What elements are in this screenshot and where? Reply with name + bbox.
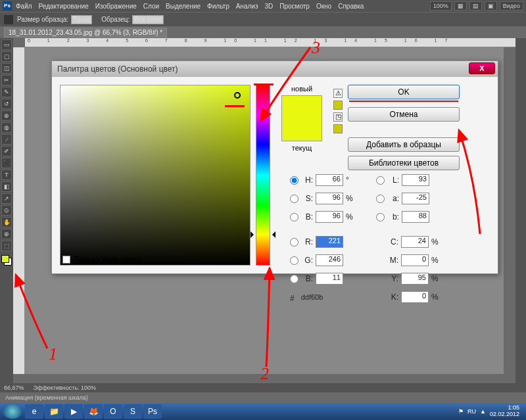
menu-image[interactable]: Изображение <box>95 3 137 10</box>
menu-layers[interactable]: Слои <box>143 3 159 10</box>
l-input[interactable]: 93 <box>402 174 429 186</box>
status-efficiency: Эффективность: 100% <box>34 385 97 391</box>
radio-r[interactable] <box>290 238 299 246</box>
radio-bl[interactable] <box>290 275 299 283</box>
r-input[interactable]: 221 <box>316 236 343 248</box>
color-preview-swatch <box>281 95 322 141</box>
saturation-value-picker[interactable] <box>60 85 251 266</box>
tool-heal[interactable]: ↺ <box>1 99 12 109</box>
hue-slider-arrow-icon[interactable] <box>269 231 275 238</box>
view-doc-icon[interactable]: ▤ <box>469 1 482 11</box>
start-button[interactable] <box>3 404 22 419</box>
tray-clock[interactable]: 1:05 02.02.2012 <box>490 405 519 418</box>
lab-b-input[interactable]: 88 <box>402 211 429 223</box>
s-label: S: <box>302 194 313 203</box>
annotation-number-2: 2 <box>260 364 269 384</box>
tool-shape[interactable]: ⊙ <box>1 205 12 216</box>
bl-input[interactable]: 11 <box>316 273 343 285</box>
radio-h[interactable] <box>290 176 299 185</box>
gamut-warning-icon[interactable]: ⚠ <box>333 89 343 98</box>
m-input[interactable]: 0 <box>401 254 429 266</box>
document-tab[interactable]: 18_31.01.2012_23.43.05.jpg @ 66,7% (3, R… <box>4 28 167 37</box>
hex-input[interactable]: ddf60b <box>299 292 339 304</box>
g-input[interactable]: 246 <box>316 254 343 266</box>
radio-l[interactable] <box>376 176 385 185</box>
cancel-button[interactable]: Отмена <box>348 107 460 122</box>
tray-flag-icon[interactable]: ⚑ <box>458 408 464 415</box>
tray-up-icon[interactable]: ▲ <box>480 408 486 415</box>
menu-analysis[interactable]: Анализ <box>236 3 258 10</box>
workspace-video[interactable]: Видео <box>500 1 523 11</box>
taskbar-photoshop-icon[interactable]: Ps <box>143 404 162 419</box>
menu-window[interactable]: Окно <box>316 3 331 10</box>
radio-lab-b[interactable] <box>376 213 385 222</box>
menu-file[interactable]: Файл <box>16 3 32 10</box>
h-input[interactable]: 66 <box>316 174 343 186</box>
y-input[interactable]: 95 <box>401 273 429 285</box>
ok-button[interactable]: OK <box>348 85 460 99</box>
view-grid-icon[interactable]: ▦ <box>454 1 467 11</box>
zoom-select[interactable]: 100% <box>430 1 452 11</box>
tool-3d[interactable]: ⬚ <box>1 241 12 251</box>
radio-b[interactable] <box>290 213 299 222</box>
tray-lang[interactable]: RU <box>467 408 476 415</box>
menu-help[interactable]: Справка <box>338 3 364 10</box>
tool-move[interactable]: ▭ <box>1 39 12 50</box>
foreground-color-swatch[interactable] <box>1 255 9 263</box>
radio-s[interactable] <box>290 195 299 203</box>
menu-3d[interactable]: 3D <box>264 3 273 10</box>
s-input[interactable]: 96 <box>316 193 343 204</box>
close-button[interactable]: X <box>469 62 495 74</box>
hue-slider[interactable] <box>256 85 270 266</box>
tool-marquee[interactable]: ▢ <box>1 51 12 62</box>
tool-blur[interactable]: ⬛ <box>1 158 12 168</box>
menu-view[interactable]: Просмотр <box>279 3 310 10</box>
screen-mode-icon[interactable]: ▣ <box>485 1 497 11</box>
document-tab-bar: 18_31.01.2012_23.43.05.jpg @ 66,7% (3, R… <box>0 26 526 38</box>
dialog-titlebar[interactable]: Палитра цветов (Основной цвет) X <box>52 61 498 77</box>
current-color-swatch[interactable] <box>282 118 322 141</box>
tool-eraser[interactable]: ⟋ <box>1 134 12 145</box>
hue-slider-arrow-icon[interactable] <box>251 231 257 238</box>
radio-a[interactable] <box>376 195 385 203</box>
websafe-swatch[interactable] <box>333 124 343 133</box>
tool-eyedropper[interactable]: ✎ <box>1 87 12 97</box>
tool-stamp[interactable]: ◍ <box>1 122 12 133</box>
radio-g[interactable] <box>290 256 299 265</box>
taskbar-explorer-icon[interactable]: 📁 <box>45 404 63 419</box>
tool-type[interactable]: T <box>1 170 12 180</box>
tool-crop[interactable]: ✂ <box>1 75 12 85</box>
c-label: C: <box>388 237 398 246</box>
color-libraries-button[interactable]: Библиотеки цветов <box>348 156 460 170</box>
sample-layers-select[interactable]: Все слои <box>132 15 164 24</box>
k-input[interactable]: 0 <box>401 291 429 303</box>
menu-edit[interactable]: Редактирование <box>39 3 89 10</box>
taskbar-skype-icon[interactable]: S <box>124 404 142 419</box>
foreground-background-swatch[interactable] <box>1 255 12 266</box>
animation-panel-tab[interactable]: Анимация (временная шкала) <box>0 392 526 403</box>
add-swatch-button[interactable]: Добавить в образцы <box>348 137 460 152</box>
tool-hand[interactable]: ✋ <box>1 217 12 227</box>
a-input[interactable]: -25 <box>402 193 429 204</box>
tool-pen[interactable]: ◧ <box>1 181 12 192</box>
tool-path[interactable]: ↗ <box>1 193 12 204</box>
menu-filter[interactable]: Фильтр <box>207 3 229 10</box>
gamut-swatch[interactable] <box>333 101 343 110</box>
tool-gradient[interactable]: ✐ <box>1 146 12 156</box>
tool-zoom[interactable]: ⊕ <box>1 229 12 239</box>
ruler-horizontal: 0 1 2 3 4 5 6 7 8 9 10 11 12 13 14 15 16… <box>25 38 515 47</box>
tool-lasso[interactable]: ◫ <box>1 63 12 74</box>
tool-brush[interactable]: ⊕ <box>1 110 12 121</box>
taskbar-firefox-icon[interactable]: 🦊 <box>84 404 103 419</box>
menu-select[interactable]: Выделение <box>166 3 201 10</box>
annotation-number-1: 1 <box>49 344 57 364</box>
c-input[interactable]: 24 <box>401 236 429 248</box>
taskbar-media-icon[interactable]: ▶ <box>64 404 83 419</box>
status-zoom[interactable]: 66,67% <box>4 385 24 391</box>
sample-size-select[interactable]: Точка <box>71 15 92 24</box>
b-input[interactable]: 96 <box>316 211 343 223</box>
taskbar-opera-icon[interactable]: O <box>104 404 122 419</box>
websafe-warning-icon[interactable]: ◳ <box>333 112 343 122</box>
taskbar-ie-icon[interactable]: e <box>25 404 43 419</box>
web-colors-checkbox[interactable] <box>62 256 70 264</box>
